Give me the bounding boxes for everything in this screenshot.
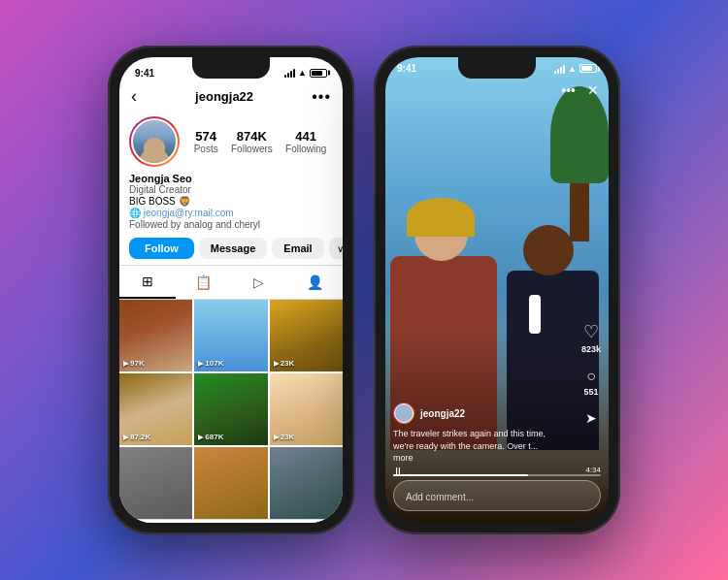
comment-icon: ○ [586,368,596,385]
message-button[interactable]: Message [199,238,267,259]
like-count: 823k [581,344,601,354]
count-4: 87.2K [130,433,150,441]
like-icon: ♡ [583,321,599,342]
grid-item-9[interactable] [270,447,343,519]
grid-overlay-5: ▶ 687K [198,433,223,441]
reel-avatar-inner [394,403,414,423]
count-6: 23K [281,433,295,441]
grid-overlay-6: ▶ 23K [274,433,295,441]
following-count: 441 [295,129,316,144]
grid-item-7[interactable] [119,447,192,519]
bottom-nav: 🏠 🔍 📅 🛍 👤 [119,519,343,523]
play-icon-5: ▶ [198,434,203,441]
profile-bio: BIG BOSS 🦁 [129,196,333,207]
count-1: 97K [130,359,145,368]
grid-item-8[interactable] [194,447,267,519]
grid-item-2[interactable]: ▶ 107K [194,300,267,371]
profile-name: Jeongja Seo [129,173,333,184]
grid-item-4[interactable]: ▶ 87.2K [119,373,192,445]
reel-top-icons: ••• ✕ [561,82,599,98]
status-bar-right: 9:41 ▲ [385,57,609,76]
tab-video[interactable]: ▷ [231,266,287,299]
profile-info: Jeongja Seo Digital Creator BIG BOSS 🦁 🌐… [119,171,343,232]
phone-right: 9:41 ▲ ••• ✕ [374,46,620,534]
stats-row: 574 Posts 874K Followers 441 Following [187,129,333,154]
action-buttons: Follow Message Email ∨ [119,232,343,265]
grid-item-3[interactable]: ▶ 23K [270,300,343,371]
grid-item-1[interactable]: ▶ 97K [119,300,192,371]
signal-icon [284,68,295,78]
grid-overlay-3: ▶ 23K [274,359,295,368]
following-label: Following [285,144,326,154]
posts-label: Posts [194,144,218,154]
profile-header: ‹ jeongja22 ••• [119,84,343,113]
progress-track [393,474,601,476]
following-stat[interactable]: 441 Following [285,129,326,154]
dropdown-button[interactable]: ∨ [329,238,343,259]
followers-label: Followers [231,144,273,154]
followers-stat[interactable]: 874K Followers [231,129,273,154]
grid-icon: ⊞ [142,274,153,289]
reel-comment-box[interactable]: Add comment... [393,480,601,511]
profile-email[interactable]: 🌐 jeongja@ry.mail.com [129,208,333,218]
back-button[interactable]: ‹ [131,86,137,107]
follow-button[interactable]: Follow [129,238,194,259]
battery-right-icon [579,64,597,73]
count-5: 687K [205,433,223,441]
tab-reels[interactable]: 📋 [176,266,232,299]
play-icon-4: ▶ [123,434,128,441]
left-screen: 9:41 ▲ ‹ jeongja22 [119,57,343,523]
notch-left [192,57,270,79]
reel-username[interactable]: jeongja22 [420,408,465,419]
wifi-icon: ▲ [298,68,307,78]
email-button[interactable]: Email [272,238,323,259]
profile-username-header: jeongja22 [195,89,253,104]
photo-grid: ▶ 97K ▶ 107K ▶ 23K [119,300,343,519]
right-screen: 9:41 ▲ ••• ✕ [385,57,609,523]
count-3: 23K [281,359,295,368]
reel-user-row: jeongja22 [393,403,560,424]
status-icons-right: ▲ [554,64,597,74]
reel-avatar[interactable] [393,403,414,424]
play-icon-2: ▶ [198,360,203,368]
comment-count: 551 [583,387,598,397]
play-icon-3: ▶ [274,360,279,368]
reel-bottom-info: jeongja22 The traveler strikes again and… [393,403,560,465]
reel-progress[interactable] [393,474,601,476]
grid-item-6[interactable]: ▶ 23K [270,373,343,445]
profile-subtitle: Digital Creator [129,184,333,195]
comment-placeholder: Add comment... [406,492,474,502]
wifi-right-icon: ▲ [568,64,577,74]
progress-fill [393,474,528,476]
tagged-icon: 👤 [307,274,323,290]
play-icon-1: ▶ [123,360,128,368]
grid-overlay-1: ▶ 97K [123,359,145,368]
time-right: 9:41 [397,63,416,74]
grid-overlay-2: ▶ 107K [198,359,223,368]
grid-overlay-4: ▶ 87.2K [123,433,150,441]
posts-count: 574 [195,129,216,144]
more-options-button[interactable]: ••• [312,88,331,106]
reels-icon: 📋 [195,274,212,290]
reel-more-button[interactable]: ••• [561,82,576,98]
reel-duration: 4:34 [585,466,601,474]
reel-close-button[interactable]: ✕ [587,82,599,98]
battery-icon [310,69,327,78]
grid-item-5[interactable]: ▶ 687K [194,373,267,445]
profile-stats-row: 574 Posts 874K Followers 441 Following [119,113,343,171]
profile-followed-by: Followed by analog and cheryl [129,219,333,230]
followers-count: 874K [237,129,267,144]
tab-grid[interactable]: ⊞ [119,266,176,299]
count-2: 107K [205,359,223,368]
share-action[interactable]: ➤ [585,410,597,426]
tab-tagged[interactable]: 👤 [287,266,344,299]
reel-caption: The traveler strikes again and this time… [393,428,560,465]
reel-actions: ♡ 823k ○ 551 ➤ [581,321,601,426]
pause-icon[interactable]: ⏸ [393,466,403,476]
status-icons-left: ▲ [284,68,327,78]
video-icon: ▷ [253,274,264,290]
profile-avatar[interactable] [129,116,180,167]
phones-container: 9:41 ▲ ‹ jeongja22 [88,26,640,554]
like-action[interactable]: ♡ 823k [581,321,601,354]
comment-action[interactable]: ○ 551 [583,368,598,397]
